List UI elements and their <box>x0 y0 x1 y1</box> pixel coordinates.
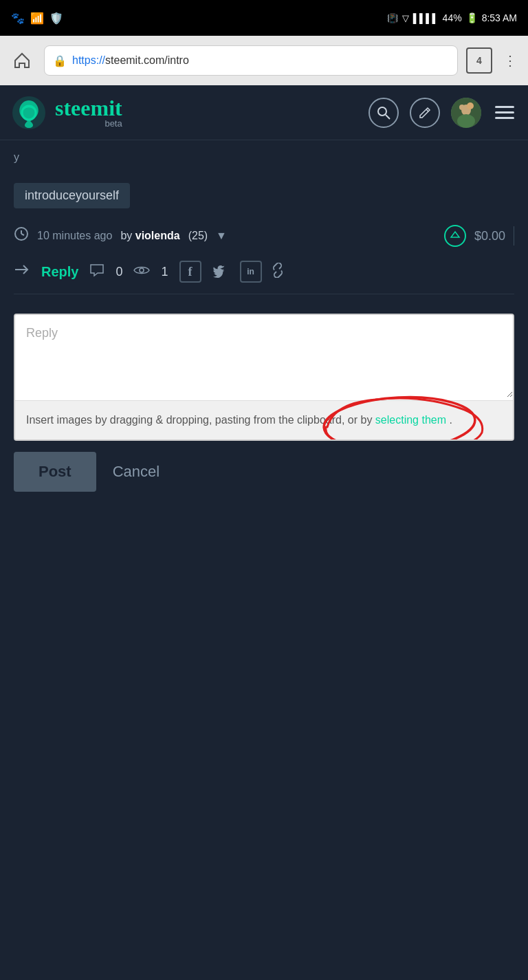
selecting-them-link[interactable]: selecting them <box>375 414 446 426</box>
image-hint-area: Insert images by dragging & dropping, pa… <box>15 400 513 439</box>
svg-point-9 <box>467 102 474 109</box>
svg-point-7 <box>457 114 475 128</box>
avatar[interactable] <box>451 98 481 128</box>
address-bar: 🔒 https://steemit.com/intro 4 ⋮ <box>0 36 528 85</box>
shield-icon: 🛡️ <box>50 12 63 25</box>
clock-icon <box>14 226 29 246</box>
chevron-down-icon[interactable]: ▼ <box>216 230 227 242</box>
partial-text: y <box>14 151 514 164</box>
comments-count: 0 <box>116 265 122 279</box>
logo-beta: beta <box>55 119 122 128</box>
logo-text-area: steemit beta <box>55 97 122 128</box>
battery-icon: 🔋 <box>466 12 478 23</box>
post-meta: 10 minutes ago by violenda (25) ▼ $0.00 <box>14 225 514 247</box>
compose-button[interactable] <box>410 98 440 128</box>
cancel-button[interactable]: Cancel <box>113 463 160 481</box>
post-author: by violenda <box>120 230 179 242</box>
post-payout: $0.00 <box>474 229 505 243</box>
url-display: https://steemit.com/intro <box>72 54 189 67</box>
svg-line-4 <box>426 109 428 111</box>
status-bar: 🐾 📶 🛡️ 📳 ▽ ▌▌▌▌ 44% 🔋 8:53 AM <box>0 0 528 36</box>
signal-icon: ▌▌▌▌ <box>413 13 439 23</box>
reply-textarea[interactable] <box>15 315 513 398</box>
url-https: https:// <box>72 54 105 66</box>
time: 8:53 AM <box>482 12 517 23</box>
views-icon <box>133 264 150 280</box>
svg-point-2 <box>378 107 386 116</box>
linkedin-share-button[interactable]: in <box>240 261 262 283</box>
hamburger-menu[interactable] <box>492 103 517 122</box>
more-options-button[interactable]: ⋮ <box>500 52 520 69</box>
ham-line-1 <box>495 106 514 108</box>
home-button[interactable] <box>8 47 36 74</box>
twitter-share-button[interactable] <box>210 261 232 283</box>
lock-icon: 🔒 <box>53 54 67 67</box>
image-hint-period: . <box>449 414 452 426</box>
url-box[interactable]: 🔒 https://steemit.com/intro <box>44 45 458 76</box>
reply-button[interactable]: Reply <box>41 264 78 280</box>
image-hint-text: Insert images by dragging & dropping, pa… <box>26 414 375 426</box>
tab-count-button[interactable]: 4 <box>466 47 492 74</box>
app-header: steemit beta <box>0 85 528 140</box>
comment-icon <box>89 263 104 281</box>
svg-point-8 <box>459 105 465 110</box>
svg-line-3 <box>386 115 390 119</box>
vibrate-icon: 📳 <box>387 13 398 23</box>
post-button[interactable]: Post <box>14 452 96 492</box>
ham-line-2 <box>495 111 514 113</box>
copy-link-button[interactable] <box>270 263 285 281</box>
tag-pill[interactable]: introduceyourself <box>14 183 130 208</box>
battery-percent: 44% <box>443 12 462 23</box>
phone-icon: 🐾 <box>11 12 25 25</box>
facebook-share-button[interactable]: f <box>179 261 201 283</box>
form-buttons: Post Cancel <box>14 452 514 492</box>
logo-text: steemit <box>55 97 122 119</box>
status-left-icons: 🐾 📶 🛡️ <box>11 12 63 25</box>
steemit-logo-icon <box>11 95 47 131</box>
vertical-divider <box>514 226 514 246</box>
header-actions <box>368 98 517 128</box>
wifi-icon: 📶 <box>30 12 44 25</box>
selecting-them-wrapper: selecting them <box>375 412 446 428</box>
post-reputation: (25) <box>188 230 208 242</box>
data-icon: ▽ <box>402 13 409 23</box>
ham-line-3 <box>495 117 514 119</box>
reply-form: Insert images by dragging & dropping, pa… <box>14 314 514 492</box>
action-bar: Reply 0 1 f in <box>14 261 514 294</box>
forward-icon <box>14 263 30 281</box>
main-content: y introduceyourself 10 minutes ago by vi… <box>0 140 528 503</box>
reply-textarea-wrap: Insert images by dragging & dropping, pa… <box>14 314 514 441</box>
search-button[interactable] <box>368 98 399 128</box>
url-domain: steemit.com/intro <box>105 54 189 66</box>
svg-line-12 <box>21 234 24 235</box>
post-time: 10 minutes ago <box>37 230 112 242</box>
status-right-info: 📳 ▽ ▌▌▌▌ 44% 🔋 8:53 AM <box>387 12 517 23</box>
views-count: 1 <box>161 265 168 279</box>
upvote-button[interactable] <box>444 225 466 247</box>
logo-area: steemit beta <box>11 95 358 131</box>
social-share-icons: f in <box>179 261 285 283</box>
svg-point-13 <box>140 268 144 272</box>
